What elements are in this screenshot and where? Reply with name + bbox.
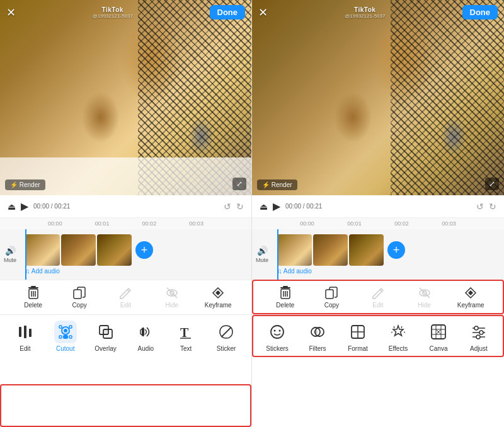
right-tool-delete[interactable]: Delete: [272, 286, 299, 309]
left-audio-track[interactable]: ♫ Add audio: [25, 265, 246, 277]
right-nav-stickers[interactable]: Stickers: [261, 318, 293, 355]
right-done-button[interactable]: Done: [462, 5, 498, 20]
left-add-audio-label[interactable]: ♫ Add audio: [25, 268, 60, 275]
right-panel: ✕ TikTok @19932121-5037 Done ⚡ Render ⤢ …: [252, 0, 504, 427]
right-mute-label[interactable]: Mute: [256, 257, 268, 263]
right-nav-stickers-icon: [268, 323, 286, 341]
right-nav-canva-icon-wrap: [427, 321, 450, 343]
svg-line-27: [222, 327, 231, 337]
right-render-button[interactable]: ⚡ Render: [257, 179, 297, 190]
svg-point-56: [474, 326, 478, 330]
left-nav-cutout-label: Cutout: [56, 345, 74, 352]
svg-rect-17: [59, 326, 62, 328]
left-tool-delete[interactable]: Delete: [20, 286, 47, 309]
right-nav-adjust-label: Adjust: [470, 345, 488, 352]
left-mute-label[interactable]: Mute: [4, 257, 16, 263]
left-panel: ✕ TikTok @19932121-5037 Done ⚡ Render ⤢ …: [0, 0, 252, 427]
right-track-thumb-2: [313, 234, 348, 266]
right-add-track-button[interactable]: +: [387, 241, 405, 259]
right-nav-stickers-icon-wrap: [266, 321, 289, 343]
right-track-label: 🔊 Mute: [256, 246, 268, 263]
left-thumb-img-2: [61, 234, 96, 266]
right-mute-icon[interactable]: 🔊: [257, 246, 268, 256]
right-mesh-overlay: [391, 0, 504, 195]
left-fullscreen-button[interactable]: ⤢: [232, 178, 246, 190]
left-tool-edit-label: Edit: [120, 302, 131, 309]
left-redo-button[interactable]: ↻: [236, 202, 244, 212]
left-tool-hide-label: Hide: [166, 302, 179, 309]
svg-rect-0: [28, 287, 38, 288]
right-audio-track[interactable]: ♫ Add audio: [277, 265, 499, 277]
left-ruler-tick-1: 00:01: [79, 220, 126, 227]
left-hide-icon: [165, 286, 179, 300]
left-nav-text-icon: T: [177, 323, 195, 341]
right-nav-format-icon: [349, 323, 367, 341]
right-nav-adjust-icon-wrap: [467, 321, 490, 343]
left-nav-edit[interactable]: Edit: [9, 318, 41, 355]
left-add-track-button[interactable]: +: [135, 241, 153, 259]
svg-rect-11: [19, 327, 21, 337]
svg-point-58: [479, 331, 483, 334]
right-tool-copy[interactable]: Copy: [318, 286, 345, 309]
left-tiktok-title: TikTok: [102, 6, 123, 13]
right-nav-adjust-icon: [470, 323, 488, 341]
left-play-button[interactable]: ▶: [21, 200, 28, 212]
svg-rect-23: [103, 329, 108, 334]
svg-point-60: [476, 335, 480, 339]
left-tool-copy[interactable]: Copy: [66, 286, 93, 309]
left-nav-audio-icon: [137, 323, 154, 341]
right-play-button[interactable]: ▶: [273, 200, 280, 212]
left-undo-button[interactable]: ↺: [224, 202, 231, 212]
left-nav-overlay-label: Overlay: [94, 345, 116, 352]
left-mute-icon[interactable]: 🔊: [5, 246, 16, 256]
left-tiktok-id: @19932121-5037: [93, 13, 133, 19]
left-nav-text-icon-wrap: T: [175, 321, 197, 343]
right-video-area: ✕ TikTok @19932121-5037 Done ⚡ Render ⤢: [252, 0, 504, 195]
left-nav-cutout-icon: [57, 323, 74, 341]
left-close-button[interactable]: ✕: [6, 6, 16, 20]
left-tool-keyframe[interactable]: Keyframe: [204, 286, 232, 309]
left-nav-edit-icon: [16, 323, 34, 341]
left-eject-icon[interactable]: ⏏: [8, 202, 16, 212]
left-nav-sticker-label: Sticker: [217, 345, 236, 352]
right-add-audio-label[interactable]: ♫ Add audio: [277, 268, 312, 275]
right-ruler-tick-2: 00:02: [378, 220, 425, 227]
right-nav-filters[interactable]: Filters: [302, 318, 333, 355]
right-nav-format[interactable]: Format: [342, 318, 374, 355]
right-copy-icon: [324, 286, 338, 300]
right-tool-copy-label: Copy: [324, 302, 339, 309]
right-undo-button[interactable]: ↺: [476, 202, 484, 212]
left-nav-overlay[interactable]: Overlay: [90, 318, 122, 355]
right-eject-icon[interactable]: ⏏: [260, 202, 268, 212]
right-fullscreen-button[interactable]: ⤢: [485, 178, 499, 190]
left-nav-text[interactable]: T Text: [170, 318, 202, 355]
left-done-button[interactable]: Done: [210, 5, 246, 20]
right-edit-icon: [371, 286, 385, 300]
right-close-button[interactable]: ✕: [258, 6, 268, 20]
svg-point-39: [271, 326, 284, 338]
right-nav-adjust[interactable]: Adjust: [463, 318, 495, 355]
left-nav-audio[interactable]: Audio: [130, 318, 161, 355]
right-tool-keyframe[interactable]: Keyframe: [457, 286, 484, 309]
svg-rect-16: [63, 335, 68, 339]
left-time-display: 00:00 / 00:21: [33, 203, 70, 210]
left-ruler-tick-0: 00:00: [32, 220, 79, 227]
right-nav-effects[interactable]: Effects: [382, 318, 414, 355]
right-ruler-tick-1: 00:01: [331, 220, 378, 227]
right-tiktok-watermark: TikTok @19932121-5037: [345, 6, 385, 19]
right-playhead: [277, 229, 278, 280]
svg-point-41: [279, 329, 281, 331]
right-bottom-nav: Stickers Filters Format: [252, 314, 504, 357]
left-playhead: [25, 229, 26, 280]
left-nav-sticker-icon-wrap: [215, 321, 238, 343]
right-nav-format-label: Format: [348, 345, 368, 352]
left-render-button[interactable]: ⚡ Render: [5, 179, 45, 190]
left-nav-cutout[interactable]: Cutout: [50, 318, 81, 355]
left-nav-sticker[interactable]: Sticker: [210, 318, 242, 355]
right-nav-stickers-label: Stickers: [266, 345, 289, 352]
svg-rect-19: [59, 336, 62, 338]
right-nav-canva[interactable]: Canva: [423, 318, 454, 355]
left-nav-audio-icon-wrap: [134, 321, 157, 343]
right-redo-button[interactable]: ↻: [489, 202, 496, 212]
right-thumb-img-3: [349, 234, 384, 266]
